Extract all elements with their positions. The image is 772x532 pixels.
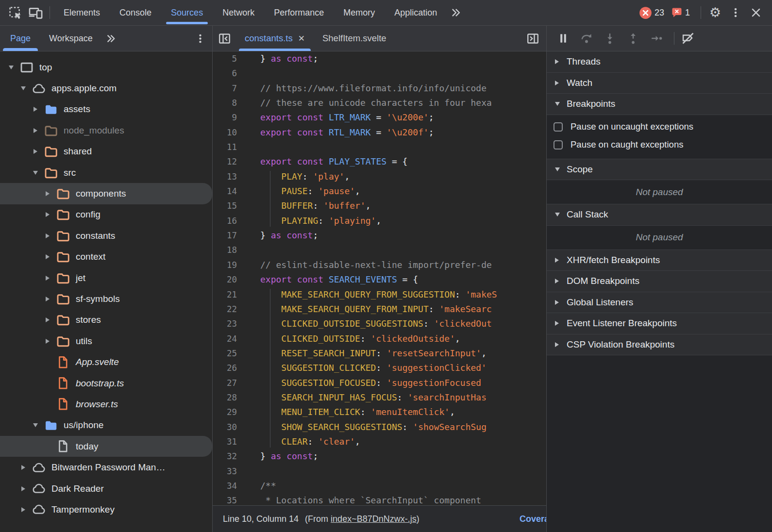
code-line[interactable]: 8// these are unicode characters in four…: [213, 96, 546, 110]
chevron-right-icon[interactable]: [42, 297, 53, 301]
tab-sources[interactable]: Sources: [161, 0, 213, 25]
code-line[interactable]: 35 * Locations where `SearchInput` compo…: [213, 493, 546, 505]
tree-item-config[interactable]: config: [0, 204, 212, 225]
line-number[interactable]: 29: [213, 405, 248, 419]
section-header-breakpoints[interactable]: Breakpoints: [547, 94, 772, 115]
line-number[interactable]: 13: [213, 169, 248, 184]
code-line[interactable]: 26 SUGGESTION_CLICKED: 'suggestionClicke…: [213, 361, 546, 375]
chevron-right-icon[interactable]: [42, 339, 53, 344]
section-header-threads[interactable]: Threads: [547, 51, 772, 73]
checkbox[interactable]: [554, 122, 563, 132]
line-number[interactable]: 35: [213, 493, 248, 505]
code-line[interactable]: 17} as const;: [213, 228, 546, 243]
console-errors-badge[interactable]: 23: [639, 6, 664, 19]
tree-item-utils[interactable]: utils: [0, 331, 212, 351]
chevron-right-icon[interactable]: [18, 507, 29, 512]
more-menu-icon[interactable]: [725, 2, 746, 23]
chevron-right-icon[interactable]: [42, 212, 53, 217]
settings-gear-icon[interactable]: ⚙: [705, 2, 725, 23]
tree-item-node-modules[interactable]: node_modules: [0, 120, 212, 141]
section-header-scope[interactable]: Scope: [547, 159, 772, 181]
line-number[interactable]: 16: [213, 214, 248, 228]
code-line[interactable]: 19// eslint-disable-next-line import/pre…: [213, 258, 546, 272]
line-number[interactable]: 34: [213, 479, 248, 493]
inspect-icon[interactable]: [5, 2, 25, 23]
code-line[interactable]: 32} as const;: [213, 449, 546, 464]
navigator-tab-page[interactable]: Page: [1, 26, 40, 51]
deactivate-breakpoints-icon[interactable]: [678, 29, 698, 48]
code-line[interactable]: 33: [213, 464, 546, 479]
code-line[interactable]: 9export const LTR_MARK = '\u200e';: [213, 110, 546, 125]
issues-badge[interactable]: 1: [671, 7, 690, 18]
code-line[interactable]: 18: [213, 243, 546, 257]
code-line[interactable]: 23 CLICKED_OUTSIDE_SUGGESTIONS: 'clicked…: [213, 316, 546, 331]
chevron-right-icon[interactable]: [42, 191, 53, 196]
line-number[interactable]: 12: [213, 154, 248, 169]
tab-performance[interactable]: Performance: [264, 0, 334, 25]
editor-tab-shelfitem-svelte[interactable]: ShelfItem.svelte: [314, 26, 395, 51]
tree-item-bootstrap-ts[interactable]: bootstrap.ts: [0, 373, 212, 394]
section-header-global-listeners[interactable]: Global Listeners: [547, 292, 772, 314]
code-line[interactable]: 27 SUGGESTION_FOCUSED: 'suggestionFocuse…: [213, 376, 546, 390]
code-line[interactable]: 21 MAKE_SEARCH_QUERY_FROM_SUGGESTION: 'm…: [213, 287, 546, 302]
tab-network[interactable]: Network: [213, 0, 264, 25]
code-line[interactable]: 6: [213, 66, 546, 81]
line-number[interactable]: 22: [213, 302, 248, 316]
tree-item-bitwarden-password-man-[interactable]: Bitwarden Password Man…: [0, 457, 212, 478]
line-number[interactable]: 11: [213, 140, 248, 154]
tree-item-today[interactable]: today: [0, 436, 212, 457]
code-editor[interactable]: 5} as const;67// https://www.fileformat.…: [213, 51, 546, 505]
tab-console[interactable]: Console: [110, 0, 161, 25]
code-line[interactable]: 11: [213, 140, 546, 154]
section-header-event-listener-breakpoints[interactable]: Event Listener Breakpoints: [547, 313, 772, 334]
source-map-file-link[interactable]: index~B87DnNzwx-.js: [331, 514, 417, 524]
section-header-csp-violation-breakpoints[interactable]: CSP Violation Breakpoints: [547, 334, 772, 356]
tree-item-components[interactable]: components: [0, 183, 212, 204]
code-line[interactable]: 25 RESET_SEARCH_INPUT: 'resetSearchInput…: [213, 346, 546, 361]
more-panels-icon[interactable]: [447, 2, 465, 23]
close-tab-icon[interactable]: ✕: [298, 33, 305, 44]
line-number[interactable]: 6: [213, 66, 248, 81]
line-number[interactable]: 27: [213, 376, 248, 390]
section-header-call-stack[interactable]: Call Stack: [547, 204, 772, 226]
code-line[interactable]: 34/**: [213, 479, 546, 493]
hide-navigator-icon[interactable]: [214, 28, 235, 49]
tree-item-constants[interactable]: constants: [0, 225, 212, 246]
tree-item-top[interactable]: top: [0, 57, 212, 78]
code-line[interactable]: 13 PLAY: 'play',: [213, 169, 546, 184]
tree-item-stores[interactable]: stores: [0, 310, 212, 331]
line-number[interactable]: 5: [213, 51, 248, 66]
code-line[interactable]: 20export const SEARCH_EVENTS = {: [213, 272, 546, 287]
line-number[interactable]: 10: [213, 125, 248, 140]
line-number[interactable]: 32: [213, 449, 248, 464]
tree-item-dark-reader[interactable]: Dark Reader: [0, 478, 212, 499]
code-line[interactable]: 16 PLAYING: 'playing',: [213, 214, 546, 228]
line-number[interactable]: 31: [213, 434, 248, 449]
chevron-right-icon[interactable]: [18, 465, 29, 470]
tree-item-src[interactable]: src: [0, 162, 212, 183]
line-number[interactable]: 33: [213, 464, 248, 479]
line-number[interactable]: 28: [213, 390, 248, 405]
chevron-right-icon[interactable]: [30, 128, 41, 133]
chevron-down-icon[interactable]: [30, 423, 41, 427]
code-line[interactable]: 24 CLICKED_OUTSIDE: 'clickedOutside',: [213, 332, 546, 346]
chevron-right-icon[interactable]: [30, 107, 41, 112]
chevron-down-icon[interactable]: [6, 66, 17, 69]
tree-item-assets[interactable]: assets: [0, 99, 212, 120]
code-line[interactable]: 5} as const;: [213, 51, 546, 66]
line-number[interactable]: 18: [213, 243, 248, 257]
line-number[interactable]: 25: [213, 346, 248, 361]
code-line[interactable]: 28 SEARCH_INPUT_HAS_FOCUS: 'searchInputH…: [213, 390, 546, 405]
checkbox-row-pause-on-caught-exceptions[interactable]: Pause on caught exceptions: [547, 136, 772, 154]
code-line[interactable]: 30 SHOW_SEARCH_SUGGESTIONS: 'showSearchS…: [213, 420, 546, 434]
chevron-down-icon[interactable]: [30, 171, 41, 175]
code-line[interactable]: 29 MENU_ITEM_CLICK: 'menuItemClick',: [213, 405, 546, 419]
line-number[interactable]: 8: [213, 96, 248, 110]
chevron-right-icon[interactable]: [42, 233, 53, 238]
tree-item-us-iphone[interactable]: us/iphone: [0, 415, 212, 436]
line-number[interactable]: 26: [213, 361, 248, 375]
tree-item-shared[interactable]: shared: [0, 141, 212, 162]
coverage-link[interactable]: Covera: [520, 514, 546, 524]
more-navigator-tabs-icon[interactable]: [102, 28, 120, 49]
line-number[interactable]: 20: [213, 272, 248, 287]
